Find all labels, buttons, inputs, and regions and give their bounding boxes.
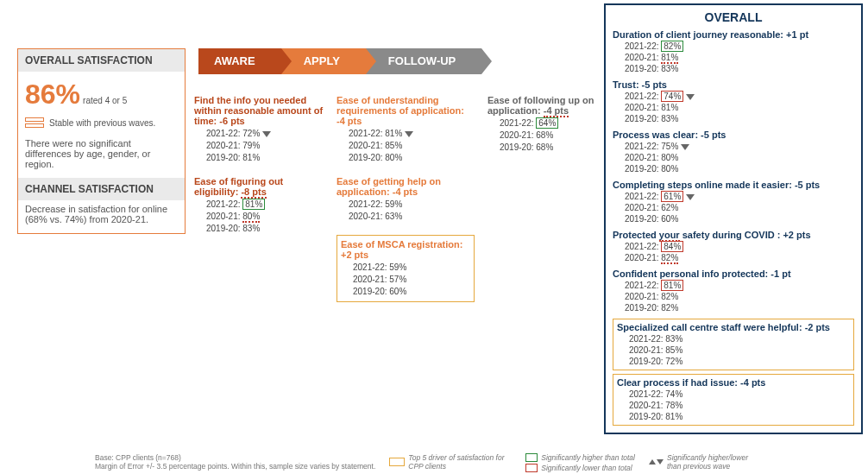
metric-title: Ease of figuring out eligibility: -8 pts xyxy=(194,176,328,197)
stage-follow: FOLLOW-UP xyxy=(366,48,481,74)
metric-year-line: 2021-22: 74% xyxy=(625,91,854,102)
metric-year-line: 2019-20: 80% xyxy=(625,163,854,174)
legend-top5-text: Top 5 driver of satisfaction for CPP cli… xyxy=(408,453,512,471)
metric-year-line: 2019-20: 72% xyxy=(629,356,850,367)
metric-block: Ease of figuring out eligibility: -8 pts… xyxy=(194,176,328,235)
metric-year-line: 2019-20: 83% xyxy=(625,63,854,74)
overall-body: Duration of client journey reasonable: +… xyxy=(613,29,854,426)
metric-block: Ease of following up on application: -4 … xyxy=(487,95,621,154)
journey-stages: AWARE APPLY FOLLOW-UP xyxy=(198,48,481,74)
triangle-down-icon xyxy=(686,194,695,200)
metric-block: Ease of MSCA registration: +2 pts2021-22… xyxy=(337,235,475,302)
aware-column: Find the info you needed within reasonab… xyxy=(194,95,328,247)
metric-year-line: 2020-21: 78% xyxy=(629,400,850,411)
metric-year-line: 2021-22: 59% xyxy=(353,262,470,274)
overall-metric-block: Trust: -5 pts2021-22: 74%2020-21: 81%201… xyxy=(613,79,854,124)
triangle-down-icon xyxy=(657,459,664,465)
metric-year-line: 2020-21: 63% xyxy=(349,211,475,223)
overall-metric-lines: 2021-22: 61%2020-21: 62%2019-20: 60% xyxy=(613,191,854,224)
metric-lines: 2021-22: 72%2020-21: 79%2019-20: 81% xyxy=(194,128,328,164)
overall-panel: OVERALL Duration of client journey reaso… xyxy=(604,3,863,434)
legend-wave: Significantly higher/lower than previous… xyxy=(649,453,762,471)
metric-year-line: 2021-22: 61% xyxy=(625,191,854,202)
metric-title: Ease of MSCA registration: +2 pts xyxy=(341,239,470,260)
metric-year-line: 2020-21: 80% xyxy=(625,152,854,163)
green-swatch-icon xyxy=(525,453,538,462)
metric-year-line: 2021-22: 83% xyxy=(629,333,850,344)
metric-year-line: 2020-21: 68% xyxy=(500,130,621,142)
legend-green-text: Significantly higher than total xyxy=(541,453,635,462)
overall-metric-block: Completing steps online made it easier: … xyxy=(613,180,854,224)
metric-year-line: 2021-22: 82% xyxy=(625,41,854,52)
metric-year-line: 2020-21: 85% xyxy=(349,140,475,152)
metric-lines: 2021-22: 81%2020-21: 80%2019-20: 83% xyxy=(194,199,328,235)
legend-top5: Top 5 driver of satisfaction for CPP cli… xyxy=(389,453,512,471)
overall-metric-title: Process was clear: -5 pts xyxy=(613,130,854,140)
metric-block: Ease of understanding requirements of ap… xyxy=(337,95,475,164)
overall-pct: 86% xyxy=(25,79,80,110)
metric-year-line: 2021-22: 81% xyxy=(206,199,328,211)
metric-year-line: 2020-21: 57% xyxy=(353,274,470,286)
metric-year-line: 2020-21: 85% xyxy=(629,344,850,356)
overall-metric-title: Completing steps online made it easier: … xyxy=(613,180,854,190)
overall-metric-title: Confident personal info protected: -1 pt xyxy=(613,269,854,279)
legend-red-text: Significantly lower than total xyxy=(541,464,632,472)
overall-metric-title: Trust: -5 pts xyxy=(613,79,854,90)
triangle-down-icon xyxy=(681,144,689,150)
metric-title: Find the info you needed within reasonab… xyxy=(194,95,328,126)
metric-year-line: 2019-20: 81% xyxy=(206,152,328,164)
base-line1: Base: CPP clients (n=768) xyxy=(95,453,375,462)
overall-metric-lines: 2021-22: 81%2020-21: 82%2019-20: 82% xyxy=(613,280,854,313)
metric-year-line: 2020-21: 80% xyxy=(206,211,328,223)
overall-title: OVERALL xyxy=(613,10,854,24)
metric-year-line: 2019-20: 60% xyxy=(353,286,470,298)
metric-block: Find the info you needed within reasonab… xyxy=(194,95,328,164)
metric-year-line: 2019-20: 83% xyxy=(625,113,854,124)
overall-metric-block: Confident personal info protected: -1 pt… xyxy=(613,269,854,313)
stable-bars-icon xyxy=(25,117,44,128)
metric-year-line: 2019-20: 81% xyxy=(629,411,850,422)
overall-metric-lines: 2021-22: 74%2020-21: 78%2019-20: 81% xyxy=(617,389,850,422)
overall-metric-title: Protected your safety during COVID : +2 … xyxy=(613,230,854,240)
rated-text: rated 4 or 5 xyxy=(83,96,127,105)
metric-lines: 2021-22: 59%2020-21: 63% xyxy=(337,199,475,223)
metric-year-line: 2020-21: 79% xyxy=(206,140,328,152)
overall-metric-block: Protected your safety during COVID : +2 … xyxy=(613,230,854,263)
metric-lines: 2021-22: 59%2020-21: 57%2019-20: 60% xyxy=(341,262,470,298)
overall-metric-lines: 2021-22: 84%2020-21: 82% xyxy=(613,241,854,263)
metric-lines: 2021-22: 81%2020-21: 85%2019-20: 80% xyxy=(337,128,475,164)
overall-satisfaction-header: OVERALL SATISFACTION xyxy=(18,49,185,72)
metric-year-line: 2019-20: 60% xyxy=(625,213,854,224)
overall-metric-block: Specialized call centre staff were helpf… xyxy=(613,319,854,370)
metric-title: Ease of following up on application: -4 … xyxy=(487,95,621,116)
metric-year-line: 2019-20: 68% xyxy=(500,142,621,154)
metric-year-line: 2021-22: 84% xyxy=(625,241,854,252)
metric-year-line: 2019-20: 83% xyxy=(206,223,328,235)
metric-year-line: 2020-21: 62% xyxy=(625,202,854,213)
stage-aware: AWARE xyxy=(198,48,281,74)
overall-metric-block: Duration of client journey reasonable: +… xyxy=(613,29,854,74)
metric-title: Ease of getting help on application: -4 … xyxy=(337,176,475,197)
metric-year-line: 2021-22: 81% xyxy=(625,280,854,291)
base-line2: Margin of Error +/- 3.5 percentage point… xyxy=(95,462,375,471)
metric-year-line: 2019-20: 82% xyxy=(625,302,854,313)
metric-year-line: 2020-21: 82% xyxy=(625,252,854,263)
stable-row: Stable with previous waves. xyxy=(18,114,185,135)
metric-year-line: 2021-22: 81% xyxy=(349,128,475,140)
overall-metric-title: Specialized call centre staff were helpf… xyxy=(617,322,850,332)
triangle-up-icon xyxy=(649,459,656,465)
metric-lines: 2021-22: 64%2020-21: 68%2019-20: 68% xyxy=(487,117,621,154)
overall-satisfaction-panel: OVERALL SATISFACTION 86% rated 4 or 5 St… xyxy=(17,48,186,234)
metric-year-line: 2020-21: 81% xyxy=(625,52,854,63)
metric-year-line: 2021-22: 64% xyxy=(500,117,621,130)
footer-legend: Base: CPP clients (n=768) Margin of Erro… xyxy=(95,453,863,472)
overall-metric-title: Clear process if had issue: -4 pts xyxy=(617,377,850,388)
legend-sig-total: Significantly higher than total Signific… xyxy=(525,453,635,472)
overall-metric-lines: 2021-22: 74%2020-21: 81%2019-20: 83% xyxy=(613,91,854,124)
apply-column: Ease of understanding requirements of ap… xyxy=(337,95,475,314)
overall-metric-block: Clear process if had issue: -4 pts2021-2… xyxy=(613,374,854,426)
demographic-note: There were no significant differences by… xyxy=(18,135,185,178)
big-pct-wrap: 86% rated 4 or 5 xyxy=(18,72,185,114)
yellow-swatch-icon xyxy=(389,458,405,466)
metric-year-line: 2021-22: 74% xyxy=(629,389,850,400)
